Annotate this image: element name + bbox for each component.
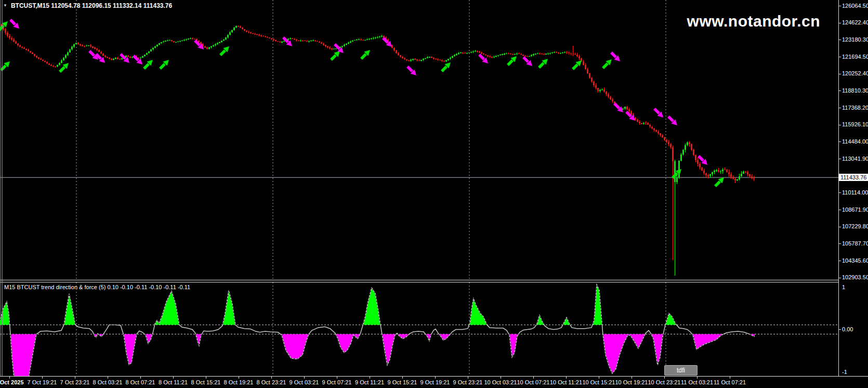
- price-tick-label: 113041.90: [842, 156, 868, 162]
- sell-arrow-icon: [134, 56, 142, 64]
- time-tick-label: 9 Oct 23:21: [453, 379, 483, 385]
- time-tick-label: 8 Oct 15:21: [191, 379, 221, 385]
- price-tick: [839, 141, 841, 142]
- buy-arrow-icon: [60, 63, 69, 72]
- buy-arrow-icon: [715, 177, 724, 186]
- price-tick-label: 123180.30: [842, 36, 868, 43]
- tdfi-down-fill: [0, 284, 755, 376]
- panel-divider[interactable]: [0, 280, 868, 282]
- price-tick: [839, 278, 841, 278]
- time-tick: [75, 377, 75, 379]
- sell-arrow-icon: [10, 20, 19, 29]
- time-tick: [468, 377, 468, 379]
- price-axis[interactable]: 126064.50124622.40123180.30121694.501202…: [838, 0, 868, 376]
- indicator-tick-label: 1: [842, 284, 845, 290]
- price-tick: [839, 125, 841, 125]
- time-tick: [206, 377, 206, 379]
- time-tick-label: 7 Oct 2025: [0, 379, 24, 385]
- time-tick: [140, 377, 141, 379]
- chart-title-text: BTCUST,M15 112054.78 112096.15 111332.14…: [11, 2, 172, 9]
- time-tick: [173, 377, 174, 379]
- buy-arrow-icon: [160, 60, 169, 69]
- time-tick: [9, 377, 10, 379]
- price-tick-label: 118810.30: [842, 87, 868, 94]
- time-tick: [239, 377, 239, 379]
- price-tick: [839, 90, 841, 91]
- time-tick-label: 7 Oct 19:21: [28, 379, 57, 385]
- price-tick: [839, 57, 841, 57]
- price-tick: [839, 159, 841, 159]
- time-tick-label: 10 Oct 19:21: [615, 379, 648, 385]
- price-tick: [839, 192, 841, 193]
- time-tick-label: 7 Oct 23:21: [60, 379, 90, 385]
- price-tick: [839, 243, 841, 244]
- time-tick: [730, 377, 730, 379]
- sell-arrow-icon: [523, 57, 532, 66]
- time-tick-label: 10 Oct 07:21: [517, 379, 550, 385]
- buy-arrow-icon: [442, 62, 451, 71]
- price-tick-label: 108671.90: [842, 206, 868, 213]
- tdfi-button[interactable]: tdfi: [664, 365, 698, 376]
- time-tick: [271, 377, 272, 379]
- price-tick-label: 102903.50: [842, 274, 868, 280]
- time-tick-label: 9 Oct 19:21: [420, 379, 450, 385]
- time-tick: [697, 377, 698, 379]
- buy-arrow-icon: [603, 59, 612, 68]
- time-tick: [304, 377, 305, 379]
- chart-title: ▼BTCUST,M15 112054.78 112096.15 111332.1…: [3, 2, 172, 9]
- buy-arrow-icon: [220, 46, 229, 55]
- time-tick: [42, 377, 43, 379]
- time-tick: [533, 377, 534, 379]
- tdfi-indicator-chart[interactable]: [0, 282, 838, 376]
- time-tick: [566, 377, 567, 379]
- tdfi-up-fill: [0, 284, 755, 376]
- time-tick-label: 8 Oct 19:21: [224, 379, 254, 385]
- time-tick: [337, 377, 337, 379]
- time-tick-label: 8 Oct 23:21: [257, 379, 286, 385]
- time-tick-label: 9 Oct 15:21: [388, 379, 417, 385]
- time-tick-label: 10 Oct 23:21: [648, 379, 681, 385]
- main-candle-chart[interactable]: [0, 0, 838, 280]
- indicator-tick: [839, 329, 841, 330]
- price-tick-label: 104345.60: [842, 257, 868, 264]
- sell-arrow-icon: [479, 55, 488, 63]
- watermark-text: www.notandor.cn: [687, 12, 820, 30]
- time-tick-label: 11 Oct 03:21: [681, 379, 713, 385]
- time-tick: [402, 377, 403, 379]
- sell-arrow-icon: [699, 156, 707, 165]
- time-tick: [599, 377, 599, 379]
- indicator-tick-label: -1: [842, 369, 847, 375]
- price-tick-label: 115926.10: [842, 121, 868, 127]
- price-tick: [839, 23, 841, 23]
- time-axis[interactable]: 7 Oct 20257 Oct 19:217 Oct 23:218 Oct 03…: [0, 377, 868, 388]
- time-tick: [108, 377, 108, 379]
- price-tick-label: 121694.50: [842, 54, 868, 60]
- time-tick-label: 9 Oct 07:21: [322, 379, 352, 385]
- indicator-label: M15 BTCUST trend direction & force (5) 0…: [4, 284, 190, 290]
- time-tick-label: 10 Oct 15:21: [583, 379, 615, 385]
- sell-arrow-icon: [614, 104, 623, 112]
- sell-arrow-icon: [407, 67, 416, 75]
- time-tick-label: 10 Oct 11:21: [550, 379, 582, 385]
- time-tick: [501, 377, 501, 379]
- price-tick: [839, 227, 841, 227]
- time-tick-label: 11 Oct 07:21: [714, 379, 746, 385]
- price-tick-label: 117368.20: [842, 105, 868, 111]
- price-tick-label: 110114.00: [842, 189, 868, 196]
- time-tick: [435, 377, 436, 379]
- buy-arrow-icon: [144, 60, 153, 69]
- sell-arrow-icon: [611, 53, 620, 61]
- price-tick: [839, 108, 841, 108]
- sell-arrow-icon: [654, 109, 663, 118]
- price-tick: [839, 74, 841, 74]
- time-tick: [664, 377, 665, 379]
- price-tick-label: 124622.40: [842, 19, 868, 25]
- time-tick-label: 10 Oct 03:21: [484, 379, 517, 385]
- time-tick-label: 9 Oct 11:21: [355, 379, 384, 385]
- buy-arrow-icon: [573, 60, 582, 69]
- time-tick-label: 8 Oct 07:21: [126, 379, 155, 385]
- price-tick: [839, 40, 841, 40]
- indicator-tick-label: 0.00: [842, 326, 853, 332]
- chevron-down-icon[interactable]: ▼: [3, 3, 7, 8]
- left-border: [1, 0, 3, 376]
